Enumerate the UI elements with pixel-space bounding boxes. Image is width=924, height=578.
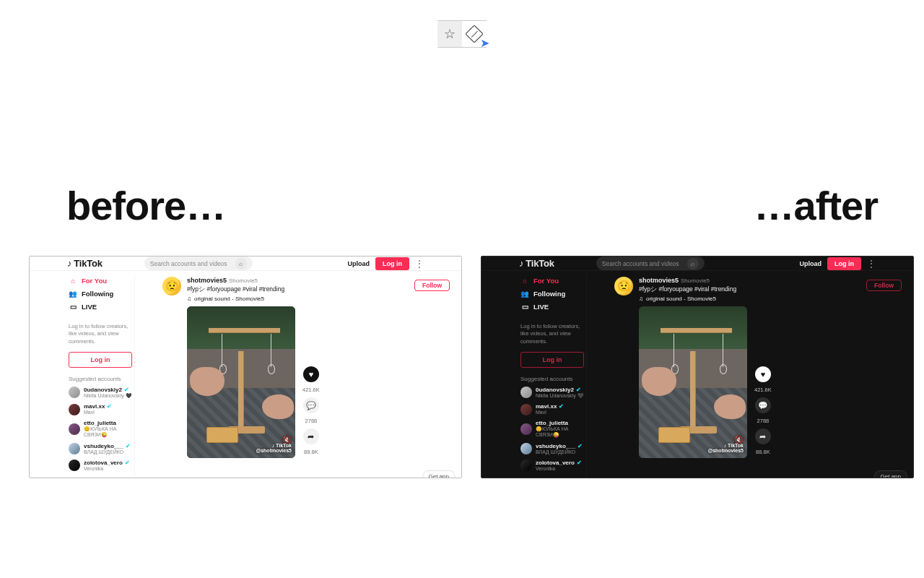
live-icon: ▭ <box>520 303 529 311</box>
post-avatar[interactable]: 😟 <box>614 277 633 296</box>
share-count: 88.8K <box>304 449 318 455</box>
comment-count: 2788 <box>305 418 318 424</box>
suggested-account[interactable]: 0udanovskiy2✔ Nikita Udanovskiy 🖤 <box>69 387 135 399</box>
sidebar-login-button[interactable]: Log in <box>520 352 584 368</box>
verified-icon: ✔ <box>559 403 564 410</box>
cursor-icon: ➤ <box>480 36 489 50</box>
music-note-icon: ♫ <box>639 296 643 302</box>
verified-icon: ✔ <box>124 387 129 393</box>
suggested-account[interactable]: mavl.xx✔Mavl <box>520 403 587 415</box>
suggested-account[interactable]: etto_julietta 😊ЮЛЬКА НА СВЯЗИ😜 <box>69 420 135 438</box>
verified-icon: ✔ <box>126 443 131 449</box>
tiktok-header: ♪ TikTok Search accounts and videos ⌕ Up… <box>30 256 461 271</box>
like-button[interactable]: ♥ <box>755 366 771 382</box>
browser-extension-pill: ☆ ➤ <box>437 20 487 48</box>
verified-icon: ✔ <box>125 460 130 466</box>
see-all-link[interactable]: See all <box>520 477 587 478</box>
avatar <box>69 443 80 454</box>
post-description[interactable]: #fypシ #foryoupage #viral #trending <box>639 285 736 294</box>
post-header: 😟 shotmovies5Shomovie5 #fypシ #foryoupage… <box>162 277 456 302</box>
suggested-account[interactable]: 0udanovskiy2✔Nikita Udanovskiy 🖤 <box>520 387 587 399</box>
like-button[interactable]: ♥ <box>303 366 319 382</box>
suggested-account[interactable]: vshudeyko___✔ВЛАД ШУДЕЙКО <box>520 443 587 455</box>
logo-text: TikTok <box>526 258 554 269</box>
home-icon: ⌂ <box>520 277 529 285</box>
search-icon[interactable]: ⌕ <box>235 258 247 269</box>
avatar <box>520 423 532 435</box>
sidebar-login-button[interactable]: Log in <box>69 352 132 368</box>
post-username[interactable]: shotmovies5 <box>639 277 679 284</box>
people-icon: 👥 <box>520 290 529 298</box>
more-menu-icon[interactable]: ⋮ <box>415 259 424 269</box>
post-sound[interactable]: ♫original sound - Shomovie5 <box>187 296 284 302</box>
like-count: 421.6K <box>754 387 772 393</box>
follow-button[interactable]: Follow <box>414 280 450 291</box>
account-sub: Mavl <box>84 410 112 415</box>
comment-button[interactable]: 💬 <box>755 397 771 413</box>
suggested-account[interactable]: zolotova_vero✔ Veronika <box>69 460 135 472</box>
suggested-account[interactable]: etto_julietta😊ЮЛЬКА НА СВЯЗИ😜 <box>520 420 587 438</box>
search-input[interactable]: Search accounts and videos ⌕ <box>144 256 253 270</box>
video-player[interactable]: 🔇 ♪ TikTok@shotmovies5 <box>639 306 747 458</box>
verified-icon: ✔ <box>576 387 581 393</box>
account-name: 0udanovskiy2 <box>536 387 574 393</box>
post-username[interactable]: shotmovies5 <box>187 277 227 284</box>
tiktok-header: ♪ TikTok Search accounts and videos ⌕ Up… <box>481 256 913 271</box>
avatar <box>520 404 532 415</box>
search-input[interactable]: Search accounts and videos ⌕ <box>596 256 705 270</box>
tiktok-screenshot-light: ♪ TikTok Search accounts and videos ⌕ Up… <box>29 256 462 478</box>
nav-for-you[interactable]: ⌂ For You <box>69 275 135 286</box>
sidebar: ⌂ For You 👥 Following ▭ LIVE Log in to f… <box>30 271 135 478</box>
account-name: mavl.xx <box>84 403 105 410</box>
nav-for-you[interactable]: ⌂ For You <box>520 275 587 286</box>
account-sub: Veronika <box>84 466 130 472</box>
tiktok-logo[interactable]: ♪ TikTok <box>67 258 103 269</box>
account-sub: Veronika <box>536 466 582 472</box>
video-player[interactable]: 🔇 ♪ TikTok@shotmovies5 <box>187 306 295 458</box>
get-app-button[interactable]: Get app <box>874 470 907 478</box>
sidebar: ⌂ For You 👥 Following ▭ LIVE Log in to f… <box>481 271 587 478</box>
nav-live[interactable]: ▭ LIVE <box>520 301 587 312</box>
extension-edit-icon[interactable]: ➤ <box>462 21 487 47</box>
post-description[interactable]: #fypシ #foryoupage #viral #trending <box>187 285 284 294</box>
suggested-account[interactable]: zolotova_vero✔Veronika <box>520 460 587 472</box>
nav-live[interactable]: ▭ LIVE <box>69 301 135 312</box>
like-count: 421.6K <box>302 387 320 393</box>
search-icon[interactable]: ⌕ <box>687 258 699 269</box>
get-app-button[interactable]: Get app <box>422 470 456 478</box>
avatar <box>69 387 80 398</box>
video-watermark: ♪ TikTok@shotmovies5 <box>256 443 292 454</box>
comment-button[interactable]: 💬 <box>303 397 319 413</box>
home-icon: ⌂ <box>69 277 77 285</box>
account-sub: 😊ЮЛЬКА НА СВЯЗИ😜 <box>84 426 135 438</box>
account-name: mavl.xx <box>536 403 557 410</box>
upload-button[interactable]: Upload <box>348 260 370 267</box>
share-button[interactable]: ➦ <box>303 428 319 444</box>
login-hint: Log in to follow creators, like videos, … <box>69 323 135 345</box>
search-placeholder: Search accounts and videos <box>150 260 227 267</box>
login-button[interactable]: Log in <box>375 257 409 270</box>
share-count: 88.8K <box>756 449 770 455</box>
upload-button[interactable]: Upload <box>800 260 822 267</box>
nav-following[interactable]: 👥 Following <box>520 288 587 299</box>
tiktok-logo[interactable]: ♪ TikTok <box>519 258 554 269</box>
suggested-account[interactable]: vshudeyko___✔ ВЛАД ШУДЕЙКО <box>69 443 135 455</box>
suggested-heading: Suggested accounts <box>520 376 587 382</box>
comment-count: 2788 <box>757 418 770 424</box>
more-menu-icon[interactable]: ⋮ <box>867 259 876 269</box>
share-button[interactable]: ➦ <box>755 428 771 444</box>
suggested-heading: Suggested accounts <box>69 376 135 382</box>
see-all-link[interactable]: See all <box>69 477 135 478</box>
account-sub: Nikita Udanovskiy 🖤 <box>84 393 132 399</box>
after-label: …after <box>754 182 878 229</box>
music-note-icon: ♫ <box>187 296 191 302</box>
account-name: vshudeyko___ <box>536 443 575 449</box>
star-icon[interactable]: ☆ <box>437 21 462 47</box>
post-sound[interactable]: ♫original sound - Shomovie5 <box>639 296 736 302</box>
nav-following[interactable]: 👥 Following <box>69 288 135 299</box>
follow-button[interactable]: Follow <box>866 280 902 291</box>
suggested-account[interactable]: mavl.xx✔ Mavl <box>69 403 135 415</box>
sound-label: original sound - Shomovie5 <box>646 296 716 302</box>
post-avatar[interactable]: 😟 <box>162 277 181 296</box>
login-button[interactable]: Log in <box>827 257 861 270</box>
